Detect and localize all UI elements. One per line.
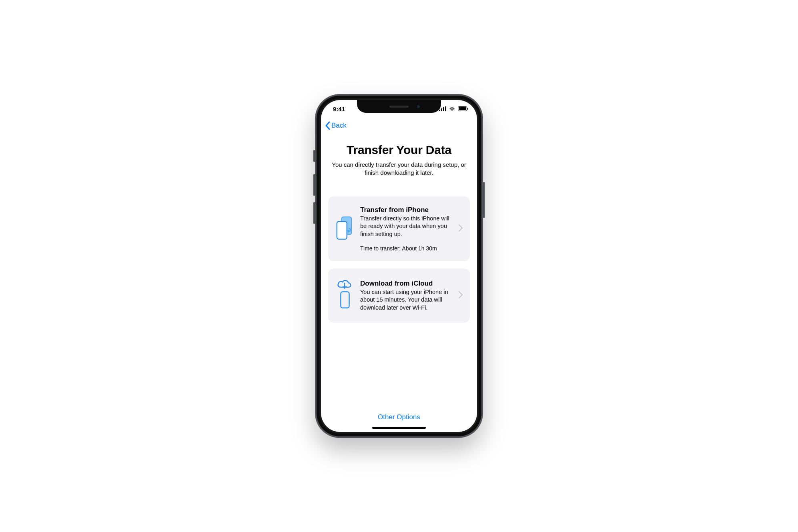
front-camera bbox=[417, 105, 420, 108]
notch bbox=[357, 100, 441, 113]
nav-bar: Back bbox=[321, 118, 477, 134]
cloud-download-icon bbox=[335, 278, 355, 313]
back-label: Back bbox=[331, 122, 347, 130]
mute-switch bbox=[313, 150, 315, 162]
svg-rect-5 bbox=[459, 107, 466, 110]
svg-rect-8 bbox=[337, 222, 347, 239]
status-right bbox=[439, 106, 468, 111]
devices-transfer-icon bbox=[335, 216, 355, 242]
svg-rect-11 bbox=[341, 292, 349, 308]
volume-up-button bbox=[313, 174, 315, 196]
svg-rect-3 bbox=[445, 106, 446, 111]
option-transfer-from-iphone[interactable]: Transfer from iPhone Transfer directly s… bbox=[328, 196, 470, 262]
option-title: Transfer from iPhone bbox=[360, 206, 453, 214]
wifi-icon bbox=[449, 106, 455, 111]
back-button[interactable]: Back bbox=[325, 121, 347, 130]
page-title: Transfer Your Data bbox=[328, 143, 470, 157]
volume-down-button bbox=[313, 202, 315, 224]
other-options-button[interactable]: Other Options bbox=[321, 406, 477, 427]
battery-icon bbox=[458, 106, 468, 111]
svg-rect-6 bbox=[467, 108, 468, 110]
page-subtitle: You can directly transfer your data duri… bbox=[328, 161, 470, 177]
chevron-right-icon bbox=[459, 291, 464, 300]
option-title: Download from iCloud bbox=[360, 280, 453, 288]
svg-rect-1 bbox=[441, 108, 442, 111]
chevron-left-icon bbox=[325, 121, 331, 130]
option-body: Transfer from iPhone Transfer directly s… bbox=[360, 206, 453, 252]
power-button bbox=[483, 182, 485, 218]
screen: 9:41 bbox=[321, 100, 477, 432]
chevron-right-icon bbox=[459, 224, 464, 233]
svg-rect-0 bbox=[439, 110, 440, 111]
option-desc: Transfer directly so this iPhone will be… bbox=[360, 215, 453, 238]
home-indicator[interactable] bbox=[372, 427, 426, 429]
option-download-from-icloud[interactable]: Download from iCloud You can start using… bbox=[328, 268, 470, 323]
svg-rect-2 bbox=[443, 107, 444, 111]
speaker-grille bbox=[389, 106, 409, 108]
option-desc: You can start using your iPhone in about… bbox=[360, 288, 453, 312]
status-time: 9:41 bbox=[333, 106, 345, 112]
option-body: Download from iCloud You can start using… bbox=[360, 280, 453, 312]
content: Transfer Your Data You can directly tran… bbox=[321, 134, 477, 406]
option-extra: Time to transfer: About 1h 30m bbox=[360, 245, 453, 252]
device-frame: 9:41 bbox=[315, 94, 483, 438]
